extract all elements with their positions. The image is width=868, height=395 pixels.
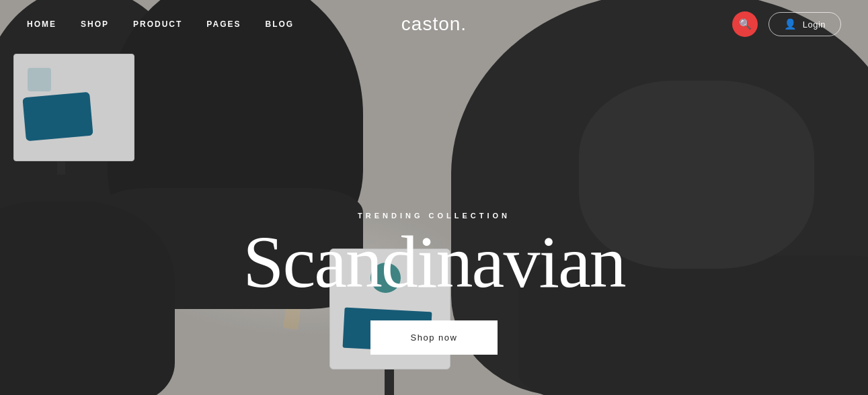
nav-item-home[interactable]: HOME	[27, 19, 56, 29]
hero-content: TRENDING COLLECTION Scandinavian Shop no…	[199, 212, 670, 355]
login-button[interactable]: 👤 Login	[768, 12, 841, 36]
navbar: HOME SHOP PRODUCT PAGES BLOG caston. 🔍 👤…	[0, 0, 868, 48]
shop-now-button[interactable]: Shop now	[370, 320, 498, 355]
nav-item-product[interactable]: PRODUCT	[133, 19, 182, 29]
search-icon: 🔍	[739, 18, 752, 30]
nav-item-shop[interactable]: SHOP	[81, 19, 109, 29]
login-label: Login	[803, 19, 826, 30]
hero-title: Scandinavian	[199, 225, 670, 299]
hero-subtitle: TRENDING COLLECTION	[199, 212, 670, 220]
search-button[interactable]: 🔍	[732, 11, 758, 37]
nav-right: 🔍 👤 Login	[732, 11, 841, 37]
nav-item-blog[interactable]: BLOG	[265, 19, 294, 29]
nav-item-pages[interactable]: PAGES	[206, 19, 241, 29]
nav-left: HOME SHOP PRODUCT PAGES BLOG	[27, 19, 294, 29]
site-logo[interactable]: caston.	[401, 13, 467, 35]
user-icon: 👤	[784, 18, 797, 30]
